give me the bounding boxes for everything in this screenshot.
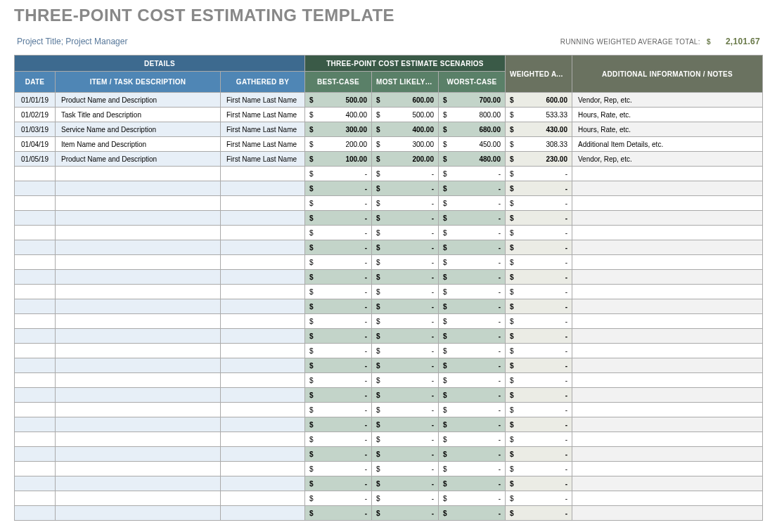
money-cell[interactable]: $230.00 [506,152,572,167]
cell-gathered-by[interactable] [221,270,305,285]
money-cell[interactable]: $- [305,476,372,491]
money-cell[interactable]: $- [305,344,372,358]
cell-notes[interactable] [572,329,763,344]
money-cell[interactable]: $- [439,211,506,226]
cell-date[interactable]: 01/01/19 [15,93,56,108]
money-cell[interactable]: $- [305,417,372,432]
cell-notes[interactable] [572,211,763,226]
cell-notes[interactable] [572,417,763,432]
cell-gathered-by[interactable] [221,462,305,476]
money-cell[interactable]: $- [506,255,572,270]
money-cell[interactable]: $- [506,181,572,196]
money-cell[interactable]: $- [372,476,439,491]
cell-item[interactable] [56,255,221,270]
money-cell[interactable]: $- [506,314,572,329]
money-cell[interactable]: $- [506,373,572,388]
money-cell[interactable]: $600.00 [372,93,439,108]
money-cell[interactable]: $- [305,181,372,196]
money-cell[interactable]: $- [439,314,506,329]
cell-gathered-by[interactable] [221,211,305,226]
money-cell[interactable]: $- [305,403,372,417]
money-cell[interactable]: $- [372,358,439,373]
money-cell[interactable]: $480.00 [439,152,506,167]
cell-notes[interactable] [572,240,763,255]
money-cell[interactable]: $- [439,491,506,506]
cell-item[interactable] [56,462,221,476]
cell-date[interactable] [15,344,56,358]
money-cell[interactable]: $- [506,388,572,403]
cell-gathered-by[interactable] [221,196,305,211]
money-cell[interactable]: $- [506,270,572,285]
money-cell[interactable]: $- [506,226,572,240]
cell-notes[interactable] [572,167,763,181]
cell-gathered-by[interactable] [221,506,305,521]
cell-date[interactable]: 01/03/19 [15,122,56,137]
money-cell[interactable]: $- [372,491,439,506]
cell-notes[interactable] [572,358,763,373]
cell-notes[interactable]: Hours, Rate, etc. [572,122,763,137]
money-cell[interactable]: $- [305,240,372,255]
money-cell[interactable]: $- [506,447,572,462]
cell-notes[interactable] [572,447,763,462]
money-cell[interactable]: $- [372,506,439,521]
cell-item[interactable] [56,285,221,299]
cell-gathered-by[interactable] [221,388,305,403]
money-cell[interactable]: $- [439,506,506,521]
money-cell[interactable]: $- [305,447,372,462]
money-cell[interactable]: $- [372,226,439,240]
money-cell[interactable]: $- [305,506,372,521]
money-cell[interactable]: $- [439,417,506,432]
cell-notes[interactable] [572,403,763,417]
money-cell[interactable]: $- [372,285,439,299]
money-cell[interactable]: $- [372,432,439,447]
cell-notes[interactable] [572,181,763,196]
cell-gathered-by[interactable]: First Name Last Name [221,122,305,137]
cell-item[interactable] [56,211,221,226]
cell-item[interactable] [56,417,221,432]
money-cell[interactable]: $- [305,388,372,403]
money-cell[interactable]: $500.00 [305,93,372,108]
cell-date[interactable] [15,240,56,255]
cell-item[interactable] [56,388,221,403]
cell-gathered-by[interactable]: First Name Last Name [221,152,305,167]
money-cell[interactable]: $- [506,506,572,521]
money-cell[interactable]: $- [372,329,439,344]
cell-notes[interactable]: Vendor, Rep, etc. [572,93,763,108]
cell-gathered-by[interactable] [221,476,305,491]
cell-date[interactable] [15,285,56,299]
money-cell[interactable]: $700.00 [439,93,506,108]
cell-item[interactable]: Product Name and Description [56,93,221,108]
money-cell[interactable]: $- [305,196,372,211]
cell-item[interactable] [56,240,221,255]
money-cell[interactable]: $100.00 [305,152,372,167]
money-cell[interactable]: $400.00 [372,122,439,137]
money-cell[interactable]: $- [372,255,439,270]
money-cell[interactable]: $- [305,255,372,270]
cell-notes[interactable] [572,373,763,388]
money-cell[interactable]: $- [506,476,572,491]
cell-item[interactable]: Service Name and Description [56,122,221,137]
money-cell[interactable]: $- [506,491,572,506]
cell-item[interactable]: Item Name and Description [56,137,221,152]
cell-date[interactable] [15,167,56,181]
money-cell[interactable]: $- [439,181,506,196]
money-cell[interactable]: $- [506,329,572,344]
cell-date[interactable] [15,388,56,403]
cell-gathered-by[interactable] [221,299,305,314]
cell-notes[interactable] [572,344,763,358]
money-cell[interactable]: $500.00 [372,108,439,122]
cell-date[interactable] [15,196,56,211]
money-cell[interactable]: $- [305,314,372,329]
money-cell[interactable]: $- [439,285,506,299]
money-cell[interactable]: $400.00 [305,108,372,122]
cell-gathered-by[interactable] [221,167,305,181]
cell-notes[interactable]: Hours, Rate, etc. [572,108,763,122]
cell-item[interactable] [56,506,221,521]
cell-date[interactable] [15,299,56,314]
cell-date[interactable] [15,417,56,432]
cell-item[interactable] [56,329,221,344]
cell-notes[interactable] [572,299,763,314]
cell-gathered-by[interactable] [221,432,305,447]
money-cell[interactable]: $- [439,388,506,403]
money-cell[interactable]: $- [372,181,439,196]
